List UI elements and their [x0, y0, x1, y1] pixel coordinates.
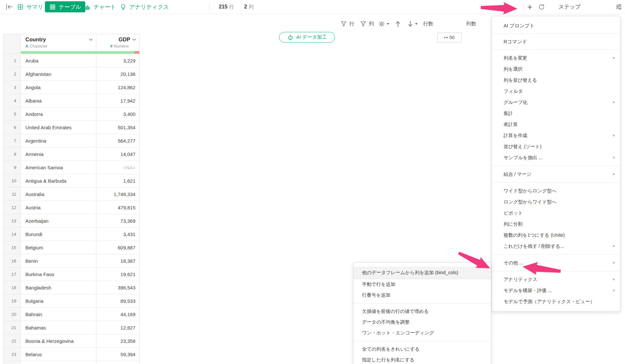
- country-cell[interactable]: Andorra: [21, 107, 96, 120]
- table-row[interactable]: 6United Arab Emirates501,354: [4, 120, 139, 134]
- gdp-cell[interactable]: 479,815: [96, 201, 139, 214]
- menu-item[interactable]: 複数の列を1つにする (Unite): [492, 230, 620, 241]
- table-row[interactable]: 10Antigua & Barbuda1,621: [4, 174, 139, 187]
- submenu-item[interactable]: 全ての列名をきれいにする: [354, 344, 491, 355]
- row-index[interactable]: 22: [4, 334, 21, 347]
- menu-item[interactable]: グループ化: [492, 97, 620, 108]
- country-cell[interactable]: Bulgaria: [21, 294, 96, 307]
- gdp-cell[interactable]: 3,229: [96, 54, 139, 67]
- ai-data-wrangling-button[interactable]: AI データ加工: [279, 32, 335, 43]
- gdp-cell[interactable]: 19,621: [96, 268, 139, 281]
- gdp-cell[interactable]: 18,387: [96, 254, 139, 267]
- gdp-cell[interactable]: 17,942: [96, 94, 139, 107]
- country-cell[interactable]: Bahamas: [21, 321, 96, 334]
- menu-item[interactable]: モデルで予測（アナリティクス・ビュー）: [492, 296, 620, 307]
- row-index[interactable]: 13: [4, 214, 21, 227]
- row-index[interactable]: 16: [4, 254, 21, 267]
- filter-rows-button[interactable]: 行: [340, 19, 354, 29]
- table-row[interactable]: 7Argentina564,277: [4, 134, 139, 147]
- gdp-cell[interactable]: 1,991: [96, 361, 139, 364]
- collapse-left-icon[interactable]: [5, 0, 14, 14]
- gdp-cell[interactable]: 564,277: [96, 134, 139, 147]
- menu-item[interactable]: Rコマンド: [492, 34, 620, 49]
- row-index[interactable]: 15: [4, 241, 21, 254]
- country-cell[interactable]: Antigua & Barbuda: [21, 174, 96, 187]
- country-cell[interactable]: Burkina Faso: [21, 268, 96, 281]
- table-row[interactable]: 16Benin18,387: [4, 254, 139, 267]
- gdp-cell[interactable]: 1,748,334: [96, 188, 139, 201]
- row-index[interactable]: 8: [4, 147, 21, 161]
- country-cell[interactable]: Angola: [21, 81, 96, 94]
- menu-item[interactable]: 列に分割: [492, 218, 620, 230]
- submenu-item[interactable]: 手動で行を追加: [354, 279, 491, 290]
- row-index[interactable]: 14: [4, 228, 21, 241]
- gdp-cell[interactable]: 14,047: [96, 147, 139, 161]
- country-cell[interactable]: Austria: [21, 201, 96, 214]
- tab-analytics[interactable]: アナリティクス: [120, 0, 169, 14]
- table-row[interactable]: 18Bangladesh396,543: [4, 281, 139, 294]
- row-index[interactable]: 23: [4, 348, 21, 361]
- gdp-cell[interactable]: 501,354: [96, 121, 139, 134]
- menu-item[interactable]: 計算を作成: [492, 130, 620, 141]
- gdp-cell[interactable]: 3,400: [96, 107, 139, 120]
- country-cell[interactable]: Aruba: [21, 54, 96, 67]
- table-row[interactable]: 24Belize1,991: [4, 361, 139, 364]
- menu-item[interactable]: ロング型からワイド型へ: [492, 196, 620, 207]
- gdp-cell[interactable]: 396,543: [96, 281, 139, 294]
- row-index[interactable]: 4: [4, 94, 21, 107]
- gdp-cell[interactable]: 3,431: [96, 228, 139, 241]
- row-index[interactable]: 11: [4, 188, 21, 201]
- row-index[interactable]: 3: [4, 81, 21, 94]
- table-row[interactable]: 14Burundi3,431: [4, 227, 139, 241]
- menu-item[interactable]: 表計算: [492, 119, 620, 130]
- row-index[interactable]: 2: [4, 67, 21, 80]
- menu-item[interactable]: AI プロンプト: [492, 18, 620, 34]
- country-cell[interactable]: Australia: [21, 188, 96, 201]
- country-cell[interactable]: Argentina: [21, 134, 96, 147]
- menu-item[interactable]: その他 ...: [492, 257, 620, 268]
- menu-item[interactable]: これだけを残す / 削除する...: [492, 241, 620, 252]
- table-row[interactable]: 15Belgium609,887: [4, 241, 139, 254]
- table-row[interactable]: 17Burkina Faso19,621: [4, 267, 139, 281]
- row-index[interactable]: 24: [4, 361, 21, 364]
- menu-item[interactable]: ワイド型からロング型へ: [492, 185, 620, 196]
- country-cell[interactable]: Belarus: [21, 348, 96, 361]
- tab-summary[interactable]: サマリ: [17, 0, 43, 14]
- gdp-cell[interactable]: <NA>: [96, 161, 139, 174]
- gdp-cell[interactable]: 12,627: [96, 321, 139, 334]
- table-row[interactable]: 11Australia1,748,334: [4, 187, 139, 201]
- country-cell[interactable]: Burundi: [21, 228, 96, 241]
- table-row[interactable]: 1Aruba3,229: [4, 54, 139, 67]
- filter-cols-button[interactable]: 列: [360, 19, 374, 29]
- row-index[interactable]: 18: [4, 281, 21, 294]
- table-row[interactable]: 5Andorra3,400: [4, 107, 139, 120]
- submenu-item[interactable]: 他のデータフレームから列を追加 (bind_cols): [354, 267, 491, 279]
- gdp-cell[interactable]: 609,887: [96, 241, 139, 254]
- table-row[interactable]: 4Albania17,942: [4, 94, 139, 107]
- table-row[interactable]: 20Bahrain44,169: [4, 307, 139, 321]
- menu-item[interactable]: 結合 / マージ: [492, 169, 620, 180]
- table-row[interactable]: 2Afghanistan20,136: [4, 67, 139, 80]
- table-row[interactable]: 9American Samoa<NA>: [4, 161, 139, 174]
- menu-item[interactable]: 列名を変更: [492, 52, 620, 63]
- table-settings-button[interactable]: [378, 19, 389, 29]
- menu-item[interactable]: フィルタ: [492, 86, 620, 97]
- gdp-cell[interactable]: 1,621: [96, 174, 139, 187]
- menu-item[interactable]: 集計: [492, 108, 620, 119]
- country-cell[interactable]: Belgium: [21, 241, 96, 254]
- add-step-button[interactable]: +: [527, 0, 532, 14]
- submenu-item[interactable]: 欠損値を前後の行の値で埋める: [354, 306, 491, 317]
- chevron-down-icon[interactable]: [89, 38, 93, 41]
- country-cell[interactable]: Azerbaijan: [21, 214, 96, 227]
- table-row[interactable]: 13Azerbaijan73,369: [4, 214, 139, 227]
- row-index[interactable]: 7: [4, 134, 21, 147]
- country-cell[interactable]: Bosnia & Herzegovina: [21, 334, 96, 347]
- column-header-country[interactable]: Country ACharacter: [21, 34, 96, 51]
- gdp-cell[interactable]: 124,862: [96, 81, 139, 94]
- menu-item[interactable]: 列を並び替える: [492, 75, 620, 86]
- country-cell[interactable]: Benin: [21, 254, 96, 267]
- table-row[interactable]: 19Bulgaria89,533: [4, 294, 139, 307]
- country-cell[interactable]: Bahrain: [21, 308, 96, 321]
- country-cell[interactable]: Belize: [21, 361, 96, 364]
- refresh-icon[interactable]: [538, 0, 545, 14]
